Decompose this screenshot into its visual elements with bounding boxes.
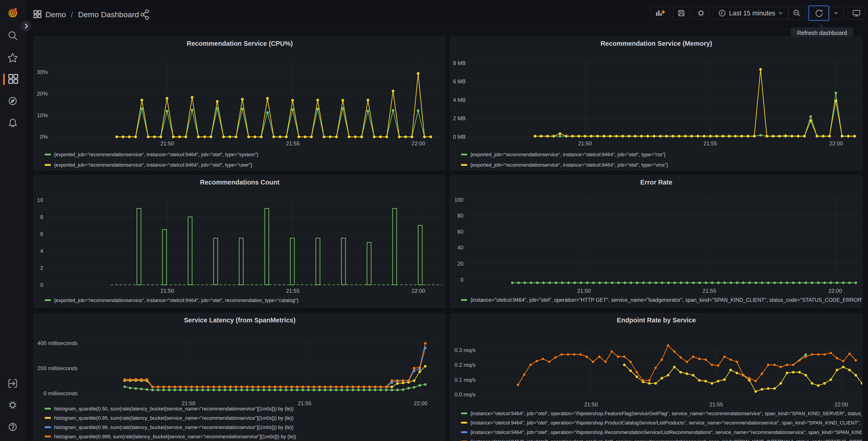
svg-text:30%: 30% (37, 69, 48, 75)
svg-text:Recommendations Count: Recommendations Count (200, 179, 280, 186)
svg-text:{instance="otelcol:9464", job=: {instance="otelcol:9464", job="otel", op… (470, 439, 862, 441)
svg-text:21:55: 21:55 (298, 400, 311, 406)
svg-text:{exported_job="recommendations: {exported_job="recommendationservice", i… (470, 152, 665, 157)
svg-text:22:00: 22:00 (835, 401, 848, 408)
svg-text:0: 0 (40, 282, 43, 288)
svg-text:0%: 0% (40, 134, 48, 140)
svg-text:{instance="otelcol:9464", job=: {instance="otelcol:9464", job="otel", op… (470, 411, 862, 416)
svg-text:0.0 req/s: 0.0 req/s (455, 391, 476, 398)
svg-text:22:00: 22:00 (412, 140, 425, 146)
svg-text:8: 8 (40, 214, 43, 220)
svg-text:2 MB: 2 MB (453, 115, 466, 121)
svg-text:Recommendation Service (Memory: Recommendation Service (Memory) (600, 40, 712, 47)
svg-text:{exported_job="recommendations: {exported_job="recommendationservice", i… (54, 152, 258, 157)
svg-text:/: / (71, 10, 73, 19)
svg-text:60: 60 (457, 229, 463, 235)
svg-text:Demo: Demo (45, 10, 66, 19)
svg-text:{exported_job="recommendations: {exported_job="recommendationservice", i… (470, 162, 668, 168)
svg-text:Demo Dashboard: Demo Dashboard (78, 10, 139, 19)
svg-text:6 MB: 6 MB (453, 78, 466, 84)
svg-text:4: 4 (40, 248, 43, 254)
svg-text:Endpoint Rate by Service: Endpoint Rate by Service (617, 317, 696, 324)
svg-text:histogram_quantile(0.50, sum(r: histogram_quantile(0.50, sum(rate(latenc… (54, 406, 293, 412)
svg-text:40: 40 (457, 244, 463, 251)
svg-text:21:50: 21:50 (578, 140, 592, 146)
svg-text:100: 100 (454, 197, 463, 203)
svg-text:10%: 10% (37, 112, 48, 118)
svg-text:Recommendation Service (CPU%): Recommendation Service (CPU%) (187, 40, 293, 47)
svg-text:400 milliseconds: 400 milliseconds (37, 340, 78, 346)
svg-text:4 MB: 4 MB (453, 97, 466, 103)
svg-text:21:50: 21:50 (182, 400, 195, 406)
svg-text:6: 6 (40, 231, 43, 237)
svg-text:20%: 20% (37, 91, 48, 97)
svg-text:21:50: 21:50 (577, 288, 591, 294)
svg-text:0.1 req/s: 0.1 req/s (455, 377, 476, 383)
svg-text:0 milliseconds: 0 milliseconds (43, 390, 78, 396)
svg-text:21:55: 21:55 (703, 288, 716, 294)
svg-text:21:55: 21:55 (709, 401, 723, 408)
svg-text:{exported_job="recommendations: {exported_job="recommendationservice", i… (54, 297, 299, 303)
svg-text:{exported_job="recommendations: {exported_job="recommendationservice", i… (54, 162, 252, 168)
svg-text:0.3 req/s: 0.3 req/s (455, 347, 476, 353)
svg-text:21:55: 21:55 (704, 140, 717, 146)
svg-text:histogram_quantile(0.95, sum(r: histogram_quantile(0.95, sum(rate(latenc… (54, 415, 293, 421)
svg-text:2: 2 (40, 265, 43, 271)
svg-text:21:55: 21:55 (286, 288, 300, 294)
svg-text:Error Rate: Error Rate (640, 179, 673, 186)
svg-text:0: 0 (461, 277, 463, 283)
svg-text:0.2 req/s: 0.2 req/s (455, 362, 476, 368)
svg-text:20: 20 (457, 261, 463, 267)
svg-text:21:55: 21:55 (286, 140, 300, 146)
svg-text:{instance="otelcol:9464", job=: {instance="otelcol:9464", job="otel", op… (470, 420, 862, 425)
svg-text:histogram_quantile(0.999, sum(: histogram_quantile(0.999, sum(rate(laten… (54, 434, 296, 439)
svg-text:Service Latency (from SpanMetr: Service Latency (from SpanMetrics) (184, 317, 296, 324)
svg-text:22:00: 22:00 (412, 288, 425, 294)
svg-text:22:00: 22:00 (829, 140, 843, 146)
svg-text:21:50: 21:50 (160, 288, 174, 294)
svg-text:200 milliseconds: 200 milliseconds (37, 365, 78, 371)
svg-text:{instance="otelcol:9464", job=: {instance="otelcol:9464", job="otel", op… (470, 430, 862, 435)
svg-text:histogram_quantile(0.99, sum(r: histogram_quantile(0.99, sum(rate(latenc… (54, 424, 293, 430)
svg-text:21:50: 21:50 (160, 140, 174, 146)
svg-text:0 MB: 0 MB (453, 134, 466, 140)
svg-text:10: 10 (37, 197, 43, 203)
svg-text:22:00: 22:00 (828, 288, 842, 294)
svg-text:21:50: 21:50 (584, 401, 598, 408)
svg-text:80: 80 (457, 212, 463, 219)
svg-text:8 MB: 8 MB (453, 60, 466, 66)
svg-text:22:00: 22:00 (414, 400, 428, 406)
svg-text:{instance="otelcol:9464", job=: {instance="otelcol:9464", job="otel", op… (470, 297, 862, 303)
